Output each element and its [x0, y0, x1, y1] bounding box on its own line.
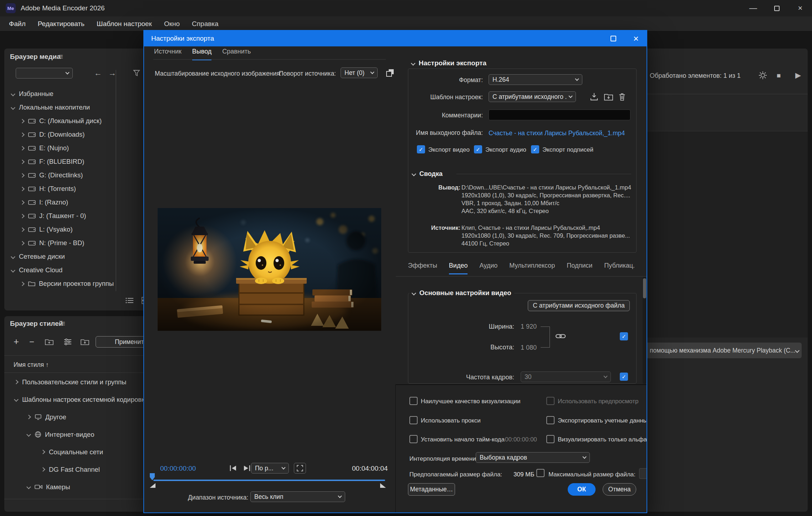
max-size-input[interactable] — [639, 468, 647, 479]
export-credentials-checkbox[interactable] — [546, 416, 555, 424]
set-in-point-icon[interactable] — [229, 465, 238, 472]
delete-preset-icon[interactable] — [617, 92, 627, 101]
set-out-point-icon[interactable] — [242, 465, 251, 472]
close-button[interactable]: × — [788, 0, 812, 16]
add-preset-icon[interactable]: + — [14, 337, 19, 346]
list-view-icon[interactable] — [125, 296, 135, 305]
fit-icon — [296, 465, 303, 472]
maximize-button[interactable] — [765, 0, 788, 16]
export-settings-header[interactable]: Настройки экспорта — [409, 59, 489, 68]
best-quality-label: Наилучшее качество визуализации — [421, 398, 521, 405]
auto-encode-icon[interactable] — [757, 70, 768, 81]
tree-splitter[interactable] — [116, 70, 116, 291]
summary-header[interactable]: Сводка — [409, 169, 445, 178]
format-select[interactable]: H.264 — [489, 74, 582, 85]
best-quality-checkbox[interactable] — [409, 397, 418, 405]
export-audio-label: Экспорт аудио — [485, 146, 526, 153]
metadata-button[interactable]: Метаданные… — [408, 483, 455, 496]
menu-file[interactable]: Файл — [3, 20, 32, 28]
source-range-select[interactable]: Весь клип — [250, 491, 345, 502]
export-captions-label: Экспорт подписей — [542, 146, 593, 153]
use-proxies-checkbox[interactable] — [409, 416, 418, 424]
media-view-select[interactable] — [16, 68, 73, 79]
tab-effects[interactable]: Эффекты — [408, 262, 437, 274]
output-name-link[interactable]: Счастье - на стихи Ларисы Рубальской,_1.… — [489, 130, 625, 137]
range-end-handle[interactable] — [380, 483, 386, 488]
interpolation-select[interactable]: Выборка кадров — [476, 452, 590, 463]
export-video-checkbox[interactable]: ✓ — [417, 145, 425, 153]
preset-column-header[interactable]: Имя стиля ↑ — [14, 361, 49, 369]
settings-scrollbar[interactable] — [643, 277, 647, 384]
monitor-icon — [35, 414, 42, 420]
minimize-button[interactable]: — — [741, 0, 765, 16]
globe-icon — [35, 431, 41, 438]
render-alpha-only-checkbox[interactable] — [546, 435, 555, 443]
save-preset-icon[interactable] — [589, 92, 599, 101]
preset-select[interactable]: С атрибутами исходного ... — [489, 91, 576, 102]
app-window: Me Adobe Media Encoder 2026 — × Файл Ред… — [0, 0, 812, 516]
menu-help[interactable]: Справка — [186, 20, 225, 28]
height-value[interactable]: 1 080 — [521, 344, 537, 351]
scrollbar-thumb[interactable] — [643, 278, 646, 298]
framerate-select[interactable]: 30 — [521, 371, 611, 382]
drive-icon — [28, 241, 36, 246]
queue-status: Обработано элементов: 1 из 1 — [650, 72, 741, 80]
start-timecode-value[interactable]: 00:00:00:00 — [505, 436, 537, 443]
tab-output[interactable]: Вывод — [192, 48, 211, 60]
current-timecode[interactable]: 00:00:00:00 — [160, 465, 196, 472]
comments-input[interactable] — [489, 110, 630, 120]
set-start-timecode-checkbox[interactable] — [409, 435, 418, 443]
link-dimensions-checkbox[interactable]: ✓ — [620, 332, 628, 340]
tab-video[interactable]: Видео — [449, 262, 468, 274]
tab-captions[interactable]: Подписи — [567, 262, 592, 274]
filter-icon[interactable] — [132, 69, 141, 78]
dialog-maximize-icon[interactable] — [611, 36, 616, 41]
width-value[interactable]: 1 920 — [521, 323, 537, 330]
height-label: Высота: — [426, 344, 514, 351]
tab-compare[interactable]: Сравнить — [222, 48, 251, 60]
match-source-button[interactable]: С атрибутами исходного файла — [528, 300, 630, 311]
playhead[interactable] — [150, 473, 155, 480]
framerate-label: Частота кадров: — [426, 374, 514, 381]
menu-edit[interactable]: Редактировать — [32, 20, 91, 28]
menu-preset[interactable]: Шаблон настроек — [91, 20, 158, 28]
max-size-checkbox[interactable] — [536, 469, 545, 477]
check-icon: ✓ — [622, 333, 626, 340]
tab-publish[interactable]: Публикац. — [604, 262, 635, 274]
preset-settings-icon[interactable] — [63, 338, 73, 346]
panel-menu-icon[interactable]: ≡ — [61, 320, 65, 328]
import-preset-folder-icon[interactable] — [603, 92, 613, 101]
chevron-right-icon — [41, 467, 45, 472]
import-preset-icon[interactable] — [80, 338, 90, 346]
summary-output-lines: D:\Down...UBE\Счастье - на стихи Ларисы … — [461, 183, 631, 215]
rotation-select[interactable]: Нет (0) — [341, 67, 378, 78]
back-icon[interactable]: ← — [94, 69, 102, 77]
fit-button[interactable] — [294, 463, 306, 474]
play-icon[interactable]: ▶ — [795, 71, 801, 79]
export-captions-checkbox[interactable]: ✓ — [531, 145, 539, 153]
zoom-level-select[interactable]: По р... — [251, 463, 289, 474]
link-dimensions-icon[interactable] — [555, 331, 566, 341]
dialog-close-icon[interactable]: × — [633, 34, 639, 43]
tab-multiplexer[interactable]: Мультиплексор — [509, 262, 555, 274]
tab-source[interactable]: Источник — [154, 48, 182, 60]
menu-window[interactable]: Окно — [158, 20, 186, 28]
cancel-button[interactable]: Отмена — [603, 483, 636, 496]
tab-audio[interactable]: Аудио — [479, 262, 497, 274]
forward-icon[interactable]: → — [108, 69, 116, 77]
range-start-handle[interactable] — [150, 483, 155, 488]
output-name-label: Имя выходного файла: — [389, 129, 483, 137]
dialog-titlebar[interactable]: Настройки экспорта × — [144, 31, 647, 46]
export-audio-checkbox[interactable]: ✓ — [474, 145, 482, 153]
ok-button[interactable]: ОК — [568, 483, 596, 496]
framerate-match-checkbox[interactable]: ✓ — [620, 373, 628, 381]
use-previews-checkbox[interactable] — [546, 397, 555, 405]
chevron-right-icon — [20, 214, 25, 218]
timeline-track[interactable] — [153, 480, 385, 481]
stop-icon[interactable]: ■ — [777, 72, 781, 79]
new-preset-group-icon[interactable] — [44, 338, 54, 346]
panel-menu-icon[interactable]: ≡ — [58, 53, 63, 61]
remove-preset-icon[interactable]: − — [29, 338, 34, 346]
basic-video-settings-header[interactable]: Основные настройки видео — [409, 288, 514, 298]
chevron-right-icon — [20, 241, 25, 246]
